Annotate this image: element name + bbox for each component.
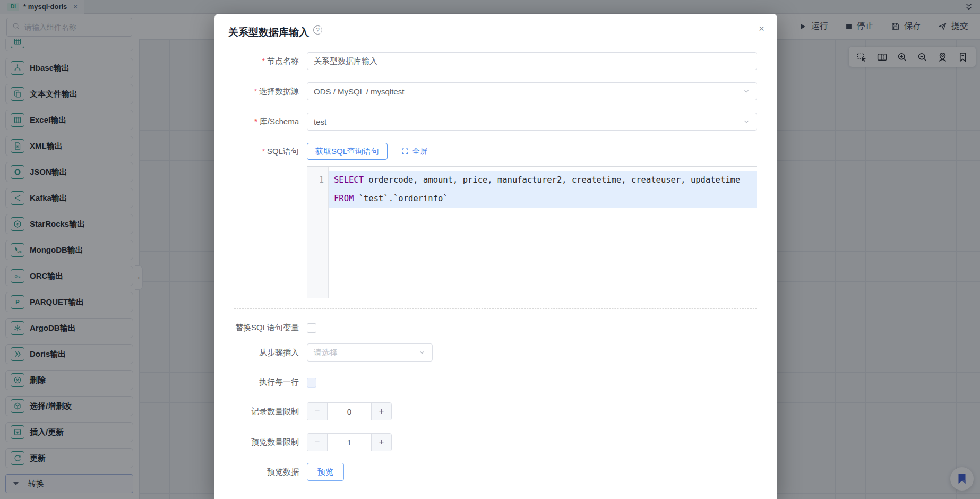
schema-row: *库/Schema test [214,113,777,131]
insert-step-label: 从步骤插入 [214,348,299,358]
preview-data-label: 预览数据 [214,467,299,477]
fullscreen-icon [401,148,409,155]
node-name-input[interactable] [307,52,757,70]
record-limit-stepper: − 0 + [307,402,392,420]
datasource-label: 选择数据源 [259,87,299,96]
replace-vars-row: 替换SQL语句变量 [214,323,777,333]
relational-db-input-dialog: × 关系型数据库输入 ? *节点名称 *选择数据源 ODS / MySQL / … [214,14,777,499]
insert-step-select[interactable]: 请选择 [307,343,433,362]
schema-label: 库/Schema [260,117,299,126]
sql-code-editor[interactable]: 1 SELECT ordercode, amount, price, manuf… [307,166,757,298]
record-limit-value[interactable]: 0 [328,403,371,420]
fullscreen-label: 全屏 [412,147,428,157]
section-divider [234,308,757,309]
sql-label: SQL语句 [267,147,299,156]
help-icon[interactable]: ? [313,25,322,35]
editor-gutter: 1 [307,167,329,298]
preview-limit-value[interactable]: 1 [328,434,371,451]
datasource-row: *选择数据源 ODS / MySQL / mysqltest [214,82,777,100]
increase-button[interactable]: + [371,403,391,420]
insert-step-row: 从步骤插入 请选择 [214,343,777,362]
exec-each-row-label: 执行每一行 [214,377,299,388]
insert-step-placeholder: 请选择 [314,348,338,358]
schema-select[interactable]: test [307,113,757,131]
sql-toolbar-row: *SQL语句 获取SQL查询语句 全屏 [214,143,777,160]
chevron-down-icon [743,88,750,95]
required-asterisk: * [254,87,257,96]
record-limit-label: 记录数量限制 [214,407,299,417]
line-number: 1 [319,175,324,185]
record-limit-row: 记录数量限制 − 0 + [214,402,777,420]
chevron-down-icon [418,349,426,356]
required-asterisk: * [262,147,265,156]
editor-code-area[interactable]: SELECT ordercode, amount, price, manufac… [329,167,757,298]
chevron-down-icon [743,118,750,125]
preview-limit-stepper: − 1 + [307,433,392,451]
datasource-select[interactable]: ODS / MySQL / mysqltest [307,82,757,100]
close-icon[interactable]: × [759,23,764,33]
datasource-value: ODS / MySQL / mysqltest [314,87,404,96]
app-window: Di * mysql-doris × 运行 停止 保存 提交 [0,0,980,499]
decrease-button[interactable]: − [307,434,328,451]
sql-statement[interactable]: SELECT ordercode, amount, price, manufac… [329,171,757,208]
fetch-sql-button[interactable]: 获取SQL查询语句 [307,143,388,160]
node-name-row: *节点名称 [214,52,777,70]
replace-vars-checkbox[interactable] [307,323,316,333]
decrease-button[interactable]: − [307,403,328,420]
required-asterisk: * [254,117,257,126]
increase-button[interactable]: + [371,434,391,451]
dialog-title: 关系型数据库输入 [228,25,309,39]
preview-button[interactable]: 预览 [307,463,344,481]
schema-value: test [314,117,326,126]
preview-data-row: 预览数据 预览 [214,463,777,481]
exec-each-row-checkbox[interactable] [307,378,316,388]
fullscreen-button[interactable]: 全屏 [401,147,428,157]
node-name-label: 节点名称 [267,56,299,65]
preview-limit-label: 预览数量限制 [214,437,299,448]
preview-limit-row: 预览数量限制 − 1 + [214,433,777,451]
replace-vars-label: 替换SQL语句变量 [214,323,299,333]
required-asterisk: * [262,56,265,65]
exec-each-row-row: 执行每一行 [214,377,777,388]
